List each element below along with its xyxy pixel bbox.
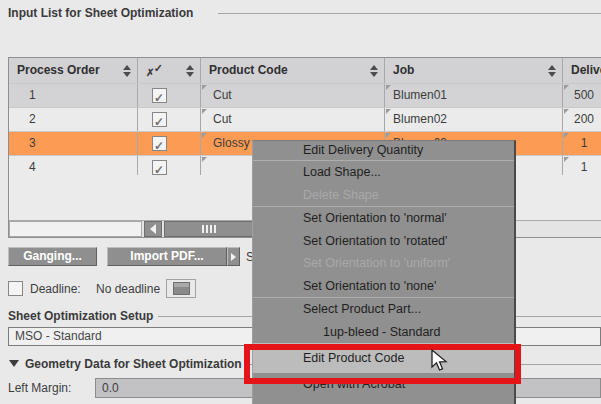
cursor-icon <box>430 349 449 377</box>
import-pdf-button[interactable]: Import PDF... <box>107 247 227 266</box>
collapse-triangle-icon[interactable] <box>9 360 19 367</box>
column-header-product-code[interactable]: Product Code <box>201 58 385 83</box>
column-label: Product Code <box>209 58 288 83</box>
arrow-right-icon <box>231 253 236 261</box>
column-header-job[interactable]: Job <box>385 58 563 83</box>
setup-section-title: Sheet Optimization Setup <box>8 309 153 323</box>
sort-icon <box>548 65 557 77</box>
column-label: Delive <box>571 58 601 83</box>
left-margin-label: Left Margin: <box>8 381 71 395</box>
sort-icon <box>123 65 132 77</box>
menu-item-select-product-part[interactable]: Select Product Part... <box>253 298 514 321</box>
arrow-left-icon <box>150 224 156 234</box>
menu-item-set-orientation-normal[interactable]: Set Orientation to 'normal' <box>253 207 514 230</box>
cell-job[interactable]: Blumen02 <box>385 108 563 131</box>
cell-delivery[interactable]: 200 <box>563 108 601 131</box>
table-row[interactable]: 2 Cut Blumen02 200 <box>9 108 601 132</box>
cell-enabled <box>138 84 201 107</box>
sort-icon <box>370 65 379 77</box>
deadline-label: Deadline: <box>30 282 81 296</box>
ganging-button[interactable]: Ganging... <box>8 247 97 266</box>
column-header-process-order[interactable]: Process Order <box>9 58 138 83</box>
column-header-enabled[interactable] <box>138 58 201 83</box>
grip-icon <box>202 225 217 233</box>
row-checkbox[interactable] <box>152 88 167 103</box>
scroll-left-button[interactable] <box>144 221 162 237</box>
table-header-row: Process Order Product Code Job Delive <box>9 58 601 84</box>
menu-item-edit-delivery-quantity[interactable]: Edit Delivery Quantity <box>253 141 514 160</box>
menu-item-set-orientation-rotated[interactable]: Set Orientation to 'rotated' <box>253 230 514 253</box>
cell-delivery[interactable]: 500 <box>563 84 601 107</box>
title-rule <box>218 13 601 14</box>
calendar-icon <box>173 282 190 295</box>
column-label: Process Order <box>17 58 100 83</box>
cell-process-order: 1 <box>9 84 138 107</box>
menu-item-set-orientation-none[interactable]: Set Orientation to 'none' <box>253 275 514 298</box>
menu-item-delete-shape: Delete Shape <box>253 184 514 207</box>
cell-job[interactable]: Blumen01 <box>385 84 563 107</box>
scrollbar-thumb[interactable] <box>164 221 254 237</box>
cell-delivery[interactable]: 1 <box>563 132 601 155</box>
page-title: Input List for Sheet Optimization <box>8 6 193 20</box>
column-label: Job <box>393 58 414 83</box>
menu-item-load-shape[interactable]: Load Shape... <box>253 161 514 184</box>
cell-process-order: 2 <box>9 108 138 131</box>
cell-product-code[interactable]: Cut <box>201 84 385 107</box>
row-checkbox[interactable] <box>152 136 167 151</box>
annotation-highlight-box <box>244 344 521 384</box>
column-header-delivery[interactable]: Delive <box>563 58 601 83</box>
table-row[interactable]: 1 Cut Blumen01 500 <box>9 84 601 108</box>
check-filter-icon <box>146 63 162 79</box>
sheet-optimization-panel: Input List for Sheet Optimization Proces… <box>0 0 601 404</box>
menu-item-1up-bleed-standard[interactable]: 1up-bleed - Standard <box>253 321 514 344</box>
cell-process-order: 3 <box>9 132 138 155</box>
row-checkbox[interactable] <box>152 160 167 175</box>
cell-enabled <box>138 132 201 155</box>
geometry-section-title: Geometry Data for Sheet Optimization <box>25 357 242 371</box>
import-pdf-dropdown-button[interactable] <box>227 247 240 266</box>
cell-enabled <box>138 108 201 131</box>
deadline-checkbox[interactable] <box>8 281 23 296</box>
cell-product-code[interactable]: Cut <box>201 108 385 131</box>
menu-item-set-orientation-uniform: Set Orientation to 'uniform' <box>253 252 514 275</box>
deadline-value: No deadline <box>96 282 160 296</box>
sort-icon <box>186 65 195 77</box>
scrollbar-corner-pane <box>9 221 142 237</box>
deadline-calendar-button[interactable] <box>166 279 196 298</box>
row-checkbox[interactable] <box>152 112 167 127</box>
